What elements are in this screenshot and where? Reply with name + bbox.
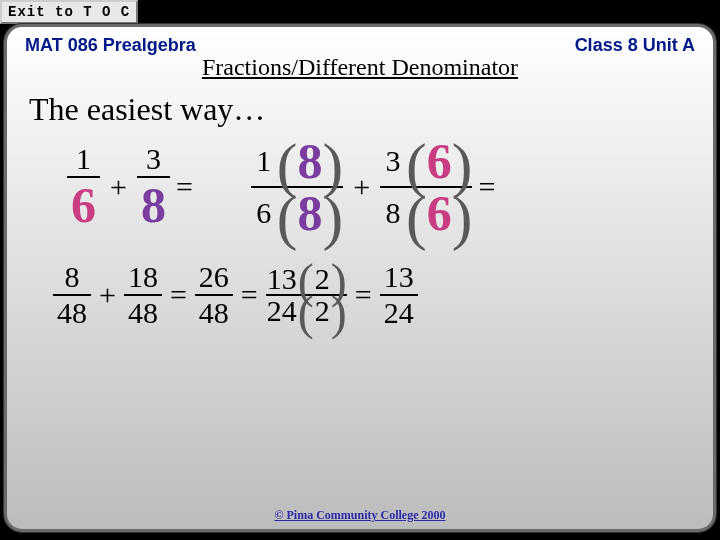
copyright-text: © Pima Community College 2000 — [7, 508, 713, 523]
num: 8 — [61, 262, 84, 294]
den-b: 2 — [314, 296, 331, 326]
equals-op: = — [170, 170, 201, 204]
num-a: 1 — [251, 146, 277, 176]
num-a: 3 — [380, 146, 406, 176]
den-a: 24 — [266, 296, 298, 326]
den: 6 — [67, 176, 100, 230]
fraction-3x6-8x6: 3 ( 6 ) 8 ( 6 ) — [380, 136, 472, 238]
exit-label: Exit to T O C — [8, 4, 130, 20]
den-a: 8 — [380, 198, 406, 228]
plus-op: + — [100, 170, 137, 204]
den: 48 — [195, 294, 233, 328]
fraction-13x2-24x2: 13 ( 2 ) 24 ( 2 ) — [266, 264, 347, 326]
fraction-1x8-6x8: 1 ( 8 ) 6 ( 8 ) — [251, 136, 343, 238]
fraction-18-48: 18 48 — [124, 262, 162, 328]
course-label: MAT 086 Prealgebra — [25, 35, 196, 56]
equals-op: = — [472, 170, 503, 204]
num: 18 — [124, 262, 162, 294]
num-a: 13 — [266, 264, 298, 294]
den-b: 6 — [427, 188, 452, 238]
den-a: 6 — [251, 198, 277, 228]
fraction-26-48: 26 48 — [195, 262, 233, 328]
equals-op: = — [162, 278, 195, 312]
exit-toc-button[interactable]: Exit to T O C — [0, 0, 138, 24]
fraction-3-8: 3 8 — [137, 144, 170, 230]
equals-op: = — [347, 278, 380, 312]
den: 24 — [380, 294, 418, 328]
equation-row-2: 8 48 + 18 48 = 26 48 = 13 ( 2 ) 24 ( 2 ) — [7, 262, 713, 328]
slide-subtitle: Fractions/Different Denominator — [7, 54, 713, 81]
slide-header: MAT 086 Prealgebra Class 8 Unit A — [7, 27, 713, 56]
num: 13 — [380, 262, 418, 294]
equation-row-1: 1 6 + 3 8 = 1 ( 8 ) 6 ( 8 ) + — [7, 136, 713, 238]
plus-op: + — [343, 170, 380, 204]
den-b: 8 — [298, 188, 323, 238]
fraction-8-48: 8 48 — [53, 262, 91, 328]
fraction-13-24: 13 24 — [380, 262, 418, 328]
num-b: 8 — [298, 136, 323, 186]
num: 3 — [142, 144, 165, 176]
num: 1 — [72, 144, 95, 176]
num: 26 — [195, 262, 233, 294]
lead-text: The easiest way… — [7, 81, 713, 128]
den: 48 — [53, 294, 91, 328]
fraction-1-6: 1 6 — [67, 144, 100, 230]
class-label: Class 8 Unit A — [575, 35, 695, 56]
num-b: 2 — [314, 264, 331, 294]
equals-op: = — [233, 278, 266, 312]
plus-op: + — [91, 278, 124, 312]
slide-body: MAT 086 Prealgebra Class 8 Unit A Fracti… — [4, 24, 716, 532]
num-b: 6 — [427, 136, 452, 186]
den: 8 — [137, 176, 170, 230]
den: 48 — [124, 294, 162, 328]
